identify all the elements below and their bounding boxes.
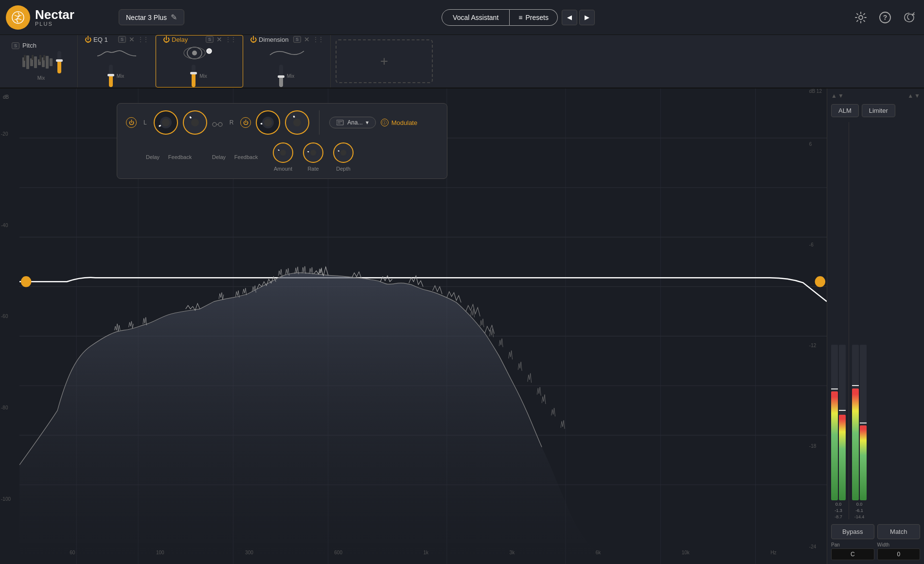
- svg-rect-12: [24, 55, 26, 61]
- match-button[interactable]: Match: [877, 524, 921, 539]
- down-arrow-r[interactable]: ▼: [914, 92, 920, 99]
- eq1-dots[interactable]: ⋮⋮: [138, 36, 148, 43]
- delay-x-badge[interactable]: ✕: [216, 35, 222, 43]
- down-arrow-l[interactable]: ▼: [838, 92, 844, 99]
- svg-point-46: [264, 119, 272, 126]
- next-arrow-button[interactable]: ▶: [579, 10, 595, 25]
- settings-button[interactable]: [852, 9, 870, 26]
- svg-rect-15: [43, 55, 45, 60]
- svg-point-39: [162, 119, 170, 126]
- feedback-r-knob[interactable]: [285, 110, 309, 135]
- dimension-dots[interactable]: ⋮⋮: [313, 36, 323, 43]
- eq1-s-badge[interactable]: S: [118, 36, 126, 43]
- module-dimension[interactable]: ⏻ Dimension S ✕ ⋮⋮ Mix: [243, 35, 331, 88]
- app-name: Nectar PLUS: [35, 8, 74, 27]
- bypass-button[interactable]: Bypass: [831, 524, 874, 539]
- delay-preset-selector[interactable]: Ana... ▾: [329, 117, 375, 128]
- pitch-label: Pitch: [22, 42, 36, 49]
- svg-point-53: [280, 150, 286, 156]
- app-name-sub: PLUS: [35, 21, 74, 27]
- preset-name-label: Nectar 3 Plus: [126, 14, 167, 21]
- spiral-button[interactable]: [901, 9, 918, 26]
- pitch-mix-slider[interactable]: [57, 51, 61, 73]
- svg-rect-5: [26, 55, 29, 69]
- delay-l-knob[interactable]: [154, 110, 178, 135]
- up-arrow-r[interactable]: ▲: [907, 92, 913, 99]
- right-meter-val3: -14.4: [854, 514, 865, 519]
- delay-r-knob-group: [256, 110, 280, 135]
- delay-s-badge[interactable]: S: [206, 36, 213, 43]
- svg-text:?: ?: [883, 14, 888, 21]
- eq1-mix-slider[interactable]: [109, 65, 113, 87]
- presets-button[interactable]: ≡ Presets: [510, 9, 558, 26]
- left-meter-pair: 0.0 -1.3 -8.7: [831, 345, 846, 519]
- depth-label: Depth: [336, 166, 350, 172]
- delay-l-knob-label: Delay: [141, 154, 165, 160]
- alm-button[interactable]: ALM: [831, 104, 859, 117]
- svg-point-37: [816, 277, 825, 286]
- dimension-x-badge[interactable]: ✕: [304, 35, 310, 43]
- left-meter-val2: -1.3: [835, 508, 842, 513]
- preset-name-button[interactable]: Nectar 3 Plus ✎: [119, 9, 184, 25]
- feedback-r-knob-label: Feedback: [234, 154, 258, 160]
- module-delay[interactable]: ⏻ Delay S ✕ ⋮⋮ Mi: [156, 35, 243, 88]
- dimension-mix-slider[interactable]: [279, 65, 283, 87]
- left-meter-2[interactable]: [839, 345, 846, 500]
- pitch-mix-label: Mix: [37, 75, 45, 81]
- pan-value[interactable]: C: [831, 548, 874, 560]
- limiter-button[interactable]: Limiter: [862, 104, 895, 117]
- delay-r-power[interactable]: ⏻: [240, 117, 251, 128]
- feedback-l-knob[interactable]: [183, 110, 207, 135]
- meters-area: 0.0 -1.3 -8.7 0.0: [831, 120, 920, 521]
- x-axis: 60 100 300 600 1k 3k 6k 10k Hz: [19, 550, 827, 555]
- prev-arrow-button[interactable]: ◀: [562, 10, 577, 25]
- feedback-l-knob-group: [183, 110, 207, 135]
- left-arrows: ▲ ▼: [831, 92, 844, 99]
- right-meter-1[interactable]: [852, 345, 859, 500]
- rate-knob-container: Rate: [303, 142, 323, 172]
- spectrum-area: dB 12 6 -6 -12 -18 -24: [19, 88, 827, 564]
- eq1-x-badge[interactable]: ✕: [129, 35, 135, 43]
- dimension-power-icon[interactable]: ⏻: [250, 35, 257, 43]
- module-eq1[interactable]: ⏻ EQ 1 S ✕ ⋮⋮ Mix: [78, 35, 156, 88]
- svg-rect-14: [39, 55, 41, 62]
- dimension-s-badge[interactable]: S: [293, 36, 301, 43]
- right-meter-2[interactable]: [860, 345, 867, 500]
- amount-label: Amount: [274, 166, 292, 172]
- delay-mix-slider[interactable]: [192, 65, 195, 87]
- width-field: Width 0: [877, 542, 921, 560]
- rate-label: Rate: [307, 166, 319, 172]
- right-meter-val1: 0.0: [856, 502, 863, 507]
- delay-link-icon[interactable]: [212, 117, 223, 128]
- pan-field: Pan C: [831, 542, 874, 560]
- delay-label: Delay: [172, 36, 188, 43]
- left-meter-val3: -8.7: [835, 514, 842, 519]
- svg-rect-42: [213, 123, 216, 126]
- depth-knob[interactable]: [333, 142, 354, 163]
- meter-separator: [849, 122, 849, 519]
- modulate-button[interactable]: ⓘ Modulate: [381, 119, 417, 126]
- delay-power-icon[interactable]: ⏻: [163, 35, 170, 43]
- width-value[interactable]: 0: [877, 548, 921, 560]
- delay-dots[interactable]: ⋮⋮: [225, 36, 236, 43]
- left-meter-1[interactable]: [831, 345, 838, 500]
- pitch-s-badge[interactable]: S: [12, 42, 19, 49]
- nav-arrows: ◀ ▶: [562, 10, 595, 25]
- delay-l-power[interactable]: ⏻: [126, 117, 137, 128]
- rate-knob[interactable]: [303, 142, 323, 163]
- delay-l-knob-group: [154, 110, 178, 135]
- dimension-label: Dimension: [259, 36, 288, 43]
- vocal-assistant-button[interactable]: Vocal Assistant: [442, 9, 510, 26]
- module-pitch[interactable]: S Pitch: [5, 35, 78, 88]
- help-button[interactable]: ?: [876, 9, 894, 26]
- arrow-clusters: ▲ ▼ ▲ ▼: [831, 92, 920, 99]
- svg-point-41: [191, 119, 199, 126]
- eq1-mix-label: Mix: [117, 73, 124, 79]
- eq1-power-icon[interactable]: ⏻: [85, 35, 91, 43]
- up-arrow-l[interactable]: ▲: [831, 92, 837, 99]
- delay-r-knob[interactable]: [256, 110, 280, 135]
- add-module-button[interactable]: +: [336, 39, 433, 83]
- amount-knob[interactable]: [273, 142, 293, 163]
- top-bar: Nectar PLUS Nectar 3 Plus ✎ Vocal Assist…: [0, 0, 924, 35]
- svg-point-55: [310, 150, 316, 156]
